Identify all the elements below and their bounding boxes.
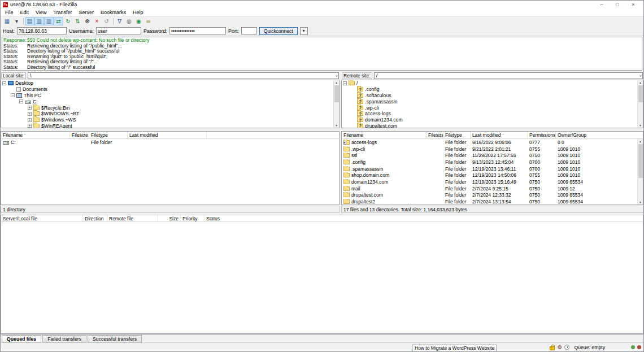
chevron-down-icon[interactable]: ˅ (639, 73, 642, 79)
column-direction[interactable]: Direction (83, 215, 107, 221)
scroll-down-icon[interactable]: ▼ (638, 200, 643, 205)
column-filetype[interactable]: Filetype (443, 132, 471, 138)
tree-item[interactable]: access-logs (342, 111, 643, 117)
port-input[interactable] (241, 27, 257, 34)
domain1234.com[interactable]: domain1234.com File folder 12/19/2023 15… (342, 179, 643, 185)
quickconnect-button[interactable]: Quickconnect (259, 27, 298, 35)
remote-tree-scrollbar[interactable]: ▲ ▼ (637, 80, 643, 128)
find-icon[interactable]: ∞ (143, 17, 153, 25)
tab-successful-transfers[interactable]: Successful transfers (88, 335, 142, 342)
disconnect-icon[interactable]: × (92, 17, 102, 25)
tree-item[interactable]: drupaltest.com (342, 123, 643, 128)
toggle-local-tree-icon[interactable]: ▥ (34, 17, 44, 25)
toggle-remote-tree-icon[interactable]: ▥ (44, 17, 54, 25)
scroll-thumb[interactable] (334, 85, 339, 102)
site-manager-icon[interactable]: ▦ (2, 17, 12, 25)
column-filesize[interactable]: Filesize (70, 132, 89, 138)
menu-edit[interactable]: Edit (17, 10, 33, 15)
expander-icon[interactable]: + (28, 106, 32, 110)
minimize-button[interactable]: – (594, 1, 610, 8)
.spamassassin[interactable]: .spamassassin File folder 12/19/2023 13:… (342, 166, 643, 172)
tree-item[interactable]: + $Windows.~WS (1, 117, 339, 123)
expander-icon[interactable]: − (343, 81, 347, 85)
scroll-thumb[interactable] (638, 85, 643, 102)
drupaltest2[interactable]: drupaltest2 File folder 2/7/2024 13:13:5… (342, 198, 643, 205)
filter-icon[interactable]: ∇ (115, 17, 124, 25)
tree-item[interactable]: domain1234.com (342, 117, 643, 123)
expander-icon[interactable]: − (19, 99, 23, 103)
remote-path-combobox[interactable]: /˅ (374, 72, 643, 79)
cancel-icon[interactable]: ⊗ (82, 17, 92, 25)
column-permissions[interactable]: Permissions (528, 132, 556, 138)
scroll-up-icon[interactable]: ▲ (334, 80, 339, 85)
expander-icon[interactable]: + (28, 112, 32, 116)
tree-item[interactable]: .spamassassin (342, 98, 643, 105)
column-last-modified[interactable]: Last modifiedˆ (471, 132, 528, 138)
tree-item[interactable]: + $WinREAgent (1, 123, 339, 128)
tree-item[interactable]: .wp-cli (342, 105, 643, 111)
expander-icon[interactable]: + (28, 118, 32, 122)
menu-bookmarks[interactable]: Bookmarks (97, 10, 129, 15)
site-manager-dropdown[interactable]: ▾ (12, 17, 21, 25)
column-status[interactable]: Status (204, 215, 261, 221)
tree-item[interactable]: − Desktop (1, 80, 339, 86)
expander-icon[interactable]: − (2, 81, 6, 85)
process-queue-icon[interactable]: ⇅ (73, 17, 82, 25)
sync-browsing-icon[interactable]: ◉ (134, 17, 143, 25)
toggle-message-log-icon[interactable]: ▤ (25, 17, 34, 25)
compare-icon[interactable]: ◎ (124, 17, 134, 25)
drupaltest.com[interactable]: drupaltest.com File folder 2/7/2024 12:3… (342, 192, 643, 199)
chevron-down-icon[interactable]: ˅ (336, 73, 338, 79)
shop.domain.com[interactable]: shop.domain.com File folder 12/19/2023 1… (342, 172, 643, 179)
host-input[interactable] (17, 27, 67, 34)
menu-help[interactable]: Help (129, 10, 147, 15)
tree-item[interactable]: + $WINDOWS.~BT (1, 111, 339, 117)
scroll-down-icon[interactable]: ▼ (334, 123, 339, 128)
column-filetype[interactable]: Filetype (89, 132, 128, 138)
mail[interactable]: mail File folder 2/7/2024 9:25:15 0750 1… (342, 185, 643, 192)
local-tree-scrollbar[interactable]: ▲ ▼ (333, 80, 339, 128)
tree-item[interactable]: Documents (1, 86, 339, 93)
quickconnect-dropdown-icon[interactable]: ▼ (300, 27, 308, 35)
remote-list-scrollbar[interactable]: ▲ ▼ (637, 139, 643, 205)
gear-icon[interactable]: ⚙ (557, 345, 562, 350)
menu-view[interactable]: View (32, 10, 50, 15)
.config[interactable]: .config File folder 9/13/2023 12:45:04 0… (342, 159, 643, 166)
username-input[interactable] (96, 27, 141, 34)
C:[interactable]: C: File folder (1, 139, 339, 146)
column-owner-group[interactable]: Owner/Group (556, 132, 643, 138)
column-filesize[interactable]: Filesize (427, 132, 443, 138)
expander-icon[interactable]: − (11, 93, 15, 97)
tree-item[interactable]: − / (342, 80, 643, 86)
scroll-thumb[interactable] (638, 144, 643, 178)
column-filename[interactable]: Filename (342, 132, 427, 138)
column-size[interactable]: Size (158, 215, 181, 221)
refresh-icon[interactable]: ↻ (63, 17, 73, 25)
menu-transfer[interactable]: Transfer (50, 10, 75, 15)
toggle-queue-icon[interactable]: ⇄ (54, 17, 63, 25)
lock-icon[interactable] (550, 346, 555, 350)
ssl[interactable]: ssl File folder 11/29/2022 17:57:55 0750… (342, 152, 643, 159)
scroll-down-icon[interactable]: ▼ (638, 123, 643, 128)
column-server-local-file[interactable]: Server/Local file (1, 215, 83, 221)
menu-server[interactable]: Server (76, 10, 98, 15)
clock-icon[interactable] (564, 345, 569, 350)
reconnect-icon[interactable]: ↺ (102, 17, 111, 25)
tree-item[interactable]: + $Recycle.Bin (1, 105, 339, 111)
restore-button[interactable]: □ (610, 1, 625, 8)
scroll-up-icon[interactable]: ▲ (638, 139, 643, 144)
column-remote-file[interactable]: Remote file (107, 215, 158, 221)
tree-item[interactable]: .softaculous (342, 93, 643, 99)
local-path-combobox[interactable]: \˅ (28, 72, 339, 79)
tab-failed-transfers[interactable]: Failed transfers (42, 335, 86, 342)
tree-item[interactable]: − This PC (1, 93, 339, 99)
column-last-modified[interactable]: Last modified (128, 132, 207, 138)
scroll-up-icon[interactable]: ▲ (638, 80, 643, 85)
menu-file[interactable]: File (2, 10, 17, 15)
password-input[interactable] (169, 27, 226, 34)
column-priority[interactable]: Priority (181, 215, 204, 221)
tree-item[interactable]: .config (342, 86, 643, 93)
tree-item[interactable]: − C: (1, 98, 339, 105)
column-filename[interactable]: Filenameˆ (1, 132, 70, 138)
.wp-cli[interactable]: .wp-cli File folder 9/21/2022 2:01:21 07… (342, 146, 643, 153)
